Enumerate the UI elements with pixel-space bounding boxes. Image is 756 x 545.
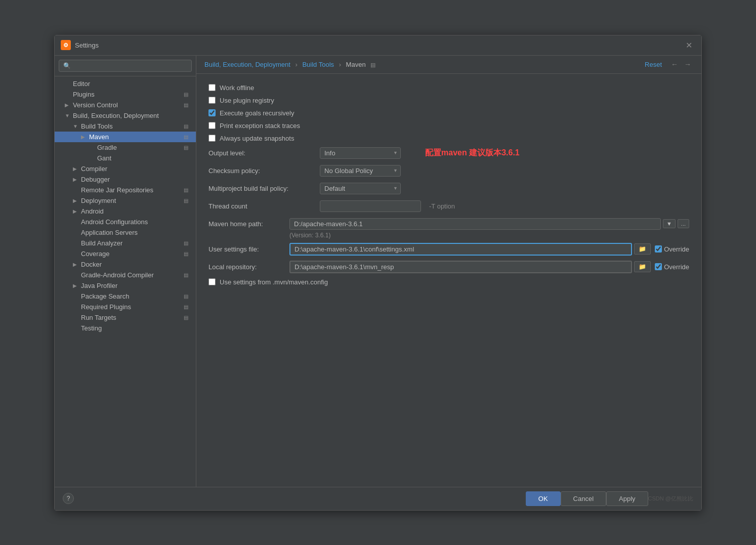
- settings-icon: ▤: [184, 315, 192, 320]
- sidebar-item-build-analyzer[interactable]: Build Analyzer ▤: [55, 238, 196, 248]
- print-exception-label: Print exception stack traces: [220, 122, 300, 130]
- user-settings-override-checkbox[interactable]: [655, 245, 662, 253]
- t-option-label: -T option: [429, 202, 455, 210]
- sidebar-item-package-search[interactable]: Package Search ▤: [55, 291, 196, 302]
- sidebar-item-gradle-android[interactable]: Gradle-Android Compiler ▤: [55, 270, 196, 280]
- sidebar-item-gradle[interactable]: Gradle ▤: [55, 142, 196, 153]
- maven-home-input[interactable]: [289, 218, 661, 230]
- always-update-checkbox[interactable]: [208, 135, 216, 142]
- multiproject-policy-row: Multiproject build fail policy: Default …: [208, 183, 689, 194]
- use-plugin-registry-label: Use plugin registry: [220, 97, 274, 104]
- maven-home-dropdown-button[interactable]: ▼: [663, 219, 676, 228]
- sidebar-item-app-servers[interactable]: Application Servers: [55, 227, 196, 238]
- checksum-policy-control: No Global Policy Fail Warn Ignore: [320, 165, 689, 177]
- sidebar-item-android-configs[interactable]: Android Configurations: [55, 217, 196, 227]
- sidebar-item-coverage[interactable]: Coverage ▤: [55, 248, 196, 259]
- close-button[interactable]: ✕: [683, 39, 695, 51]
- work-offline-checkbox[interactable]: [208, 84, 216, 91]
- sidebar-item-plugins[interactable]: Plugins ▤: [55, 89, 196, 100]
- sidebar-item-run-targets[interactable]: Run Targets ▤: [55, 312, 196, 323]
- sidebar-item-android[interactable]: ▶ Android: [55, 206, 196, 217]
- always-update-label: Always update snapshots: [220, 135, 294, 142]
- use-plugin-registry-row: Use plugin registry: [208, 97, 689, 104]
- sidebar-item-deployment[interactable]: ▶ Deployment ▤: [55, 195, 196, 206]
- sidebar-item-editor[interactable]: Editor: [55, 78, 196, 89]
- nav-arrows: ← →: [669, 60, 693, 68]
- sidebar-item-testing[interactable]: Testing: [55, 323, 196, 333]
- sidebar-item-label: Package Search: [81, 292, 129, 300]
- maven-home-browse-button[interactable]: ...: [678, 219, 689, 228]
- apply-button[interactable]: Apply: [606, 491, 648, 506]
- settings-icon: ▤: [184, 240, 192, 246]
- checksum-policy-select[interactable]: No Global Policy Fail Warn Ignore: [320, 165, 401, 177]
- sidebar-item-label: Run Targets: [81, 314, 116, 321]
- sidebar-item-label: Java Profiler: [81, 282, 117, 289]
- user-settings-row: User settings file: 📁 Override: [208, 243, 689, 256]
- output-level-control: Info Debug Error Warning 配置maven 建议版本3.6…: [320, 147, 689, 159]
- user-settings-input[interactable]: [289, 243, 632, 256]
- user-settings-override-label: Override: [664, 245, 689, 253]
- arrow-icon: ▶: [65, 102, 73, 108]
- local-repo-row: Local repository: 📁 Override: [208, 261, 689, 273]
- sidebar-item-version-control[interactable]: ▶ Version Control ▤: [55, 100, 196, 110]
- always-update-row: Always update snapshots: [208, 135, 689, 142]
- sidebar-item-label: Gradle-Android Compiler: [81, 271, 154, 279]
- breadcrumb-part-2[interactable]: Build Tools: [302, 61, 334, 68]
- sidebar-item-compiler[interactable]: ▶ Compiler: [55, 163, 196, 174]
- sidebar-item-docker[interactable]: ▶ Docker: [55, 259, 196, 270]
- breadcrumb-part-1[interactable]: Build, Execution, Deployment: [204, 61, 290, 68]
- thread-count-label: Thread count: [208, 202, 320, 210]
- sidebar-item-label: Coverage: [81, 250, 109, 258]
- sidebar-tree: Editor Plugins ▤ ▶ Version Control ▤ ▼ B…: [55, 76, 196, 487]
- back-arrow[interactable]: ←: [669, 60, 680, 68]
- local-repo-override-checkbox[interactable]: [655, 263, 662, 270]
- use-settings-config-row: Use settings from .mvn/maven.config: [208, 278, 689, 286]
- sidebar-item-required-plugins[interactable]: Required Plugins ▤: [55, 302, 196, 312]
- thread-count-input[interactable]: [320, 200, 421, 212]
- print-exception-checkbox[interactable]: [208, 122, 216, 129]
- search-input[interactable]: [59, 60, 192, 72]
- output-level-row: Output level: Info Debug Error Warning 配…: [208, 147, 689, 159]
- local-repo-input[interactable]: [289, 261, 632, 273]
- execute-goals-checkbox[interactable]: [208, 109, 216, 116]
- execute-goals-label: Execute goals recursively: [220, 109, 294, 117]
- settings-icon: ▤: [184, 198, 192, 203]
- use-plugin-registry-checkbox[interactable]: [208, 97, 216, 104]
- settings-icon: ▤: [184, 272, 192, 278]
- forward-arrow[interactable]: →: [682, 60, 693, 68]
- reset-button[interactable]: Reset: [642, 60, 665, 69]
- dialog-title: Settings: [75, 41, 683, 49]
- breadcrumb-current: Maven: [346, 61, 366, 68]
- multiproject-policy-wrapper: Default Never At End Fail At End: [320, 183, 401, 194]
- ok-button[interactable]: OK: [526, 491, 561, 506]
- sidebar-item-remote-jar[interactable]: Remote Jar Repositories ▤: [55, 185, 196, 195]
- sidebar-item-label: Testing: [81, 324, 102, 332]
- sidebar-item-label: Editor: [73, 80, 90, 88]
- cancel-button[interactable]: Cancel: [561, 491, 606, 506]
- footer-bar: ? OK Cancel Apply CSDN @亿熊比比: [55, 487, 701, 510]
- sidebar-item-debugger[interactable]: ▶ Debugger: [55, 174, 196, 185]
- help-button[interactable]: ?: [63, 493, 74, 504]
- sidebar-item-java-profiler[interactable]: ▶ Java Profiler: [55, 280, 196, 291]
- maven-home-control: ▼ ...: [289, 218, 689, 230]
- sidebar-item-label: Gradle: [97, 144, 117, 151]
- arrow-icon: ▼: [65, 113, 73, 118]
- local-repo-override: Override: [655, 263, 689, 271]
- breadcrumb-menu-icon[interactable]: ▤: [370, 62, 375, 68]
- output-level-select[interactable]: Info Debug Error Warning: [320, 147, 401, 159]
- breadcrumb-bar: Build, Execution, Deployment › Build Too…: [196, 56, 701, 74]
- multiproject-policy-select[interactable]: Default Never At End Fail At End: [320, 183, 401, 194]
- sidebar-item-build-tools[interactable]: ▼ Build Tools ▤: [55, 121, 196, 132]
- local-repo-browse-button[interactable]: 📁: [634, 261, 651, 272]
- arrow-icon: ▶: [81, 134, 89, 140]
- settings-icon: ▤: [184, 102, 192, 108]
- sidebar-item-build-execution[interactable]: ▼ Build, Execution, Deployment: [55, 110, 196, 121]
- settings-content: Work offline Use plugin registry Execute…: [196, 74, 701, 487]
- sidebar-item-label: Application Servers: [81, 229, 138, 236]
- sidebar-item-gant[interactable]: Gant: [55, 153, 196, 163]
- checksum-policy-row: Checksum policy: No Global Policy Fail W…: [208, 165, 689, 177]
- use-settings-config-checkbox[interactable]: [208, 278, 216, 285]
- arrow-icon: ▶: [73, 166, 81, 172]
- sidebar-item-maven[interactable]: ▶ Maven ▤: [55, 132, 196, 142]
- user-settings-browse-button[interactable]: 📁: [634, 243, 651, 255]
